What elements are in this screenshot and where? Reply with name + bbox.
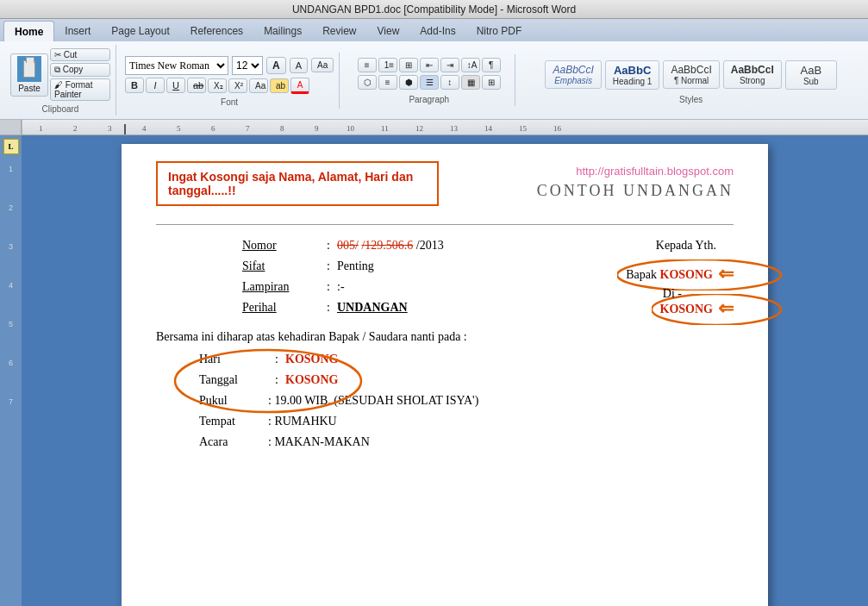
tab-page-layout[interactable]: Page Layout xyxy=(101,21,179,41)
svg-text:13: 13 xyxy=(450,124,459,133)
pukul-label: Pukul xyxy=(199,394,268,408)
bold-button[interactable]: B xyxy=(125,78,144,93)
svg-text:10: 10 xyxy=(347,124,355,133)
sort-button[interactable]: ↕A xyxy=(461,58,480,72)
font-controls: Times New Roman 12 A A Aa B I U ab X₂ X²… xyxy=(125,54,334,96)
clipboard-buttons: Paste ✂ Cut ⧉ Copy 🖌 Format Painter xyxy=(10,47,110,103)
style-heading1[interactable]: AaBbC Heading 1 xyxy=(605,60,660,90)
tempat-row: Tempat : RUMAHKU xyxy=(156,415,734,428)
font-size-selector[interactable]: 12 xyxy=(232,56,263,75)
decrease-indent-button[interactable]: ⇤ xyxy=(420,58,439,72)
line-spacing-button[interactable]: ↕ xyxy=(440,75,459,90)
acara-label: Acara xyxy=(199,435,268,449)
tab-view[interactable]: View xyxy=(367,21,410,41)
multilevel-button[interactable]: ⊞ xyxy=(399,58,418,72)
borders-button[interactable]: ⊞ xyxy=(482,75,501,90)
tanggal-label: Tanggal xyxy=(199,373,268,387)
bapak-kosong-container: Bapak KOSONG ⇐ xyxy=(626,263,734,285)
svg-text:15: 15 xyxy=(519,124,528,133)
kepada-yth: Kepada Yth. xyxy=(656,239,716,253)
ribbon-group-clipboard: Paste ✂ Cut ⧉ Copy 🖌 Format Painter Clip… xyxy=(5,45,116,116)
doc-header: Ingat Kosongi saja Nama, Alamat, Hari da… xyxy=(156,161,734,217)
svg-text:12: 12 xyxy=(415,124,423,133)
style-strong[interactable]: AaBbCcI Strong xyxy=(723,60,782,89)
numbering-button[interactable]: 1≡ xyxy=(378,58,397,72)
url-section: http://gratisfulltain.blogspot.com CONTO… xyxy=(537,161,734,217)
acara-value: : MAKAN-MAKAN xyxy=(268,435,370,449)
oval-bapak-svg xyxy=(617,259,790,291)
title-text: UNDANGAN BPD1.doc [Compatibility Mode] -… xyxy=(292,3,576,16)
para-row2: ⬡ ≡ ⬢ ☰ ↕ ▦ ⊞ xyxy=(358,75,501,90)
ribbon-group-styles: AaBbCcI Emphasis AaBbC Heading 1 AaBbCcI… xyxy=(519,54,863,106)
svg-text:8: 8 xyxy=(280,124,284,133)
subscript-button[interactable]: X₂ xyxy=(208,78,227,93)
font-name-selector[interactable]: Times New Roman xyxy=(125,56,228,75)
svg-text:5: 5 xyxy=(177,124,181,133)
font-shrink-button[interactable]: A xyxy=(290,58,308,73)
clear-format-button[interactable]: Aa xyxy=(311,58,334,72)
svg-text:16: 16 xyxy=(553,124,562,133)
superscript-button[interactable]: X² xyxy=(228,78,247,93)
tab-references[interactable]: References xyxy=(180,21,253,41)
notice-box: Ingat Kosongi saja Nama, Alamat, Hari da… xyxy=(156,161,439,206)
strikethrough-button[interactable]: ab xyxy=(187,78,206,93)
style-emphasis[interactable]: AaBbCcI Emphasis xyxy=(545,60,601,89)
font-grow-button[interactable]: A xyxy=(266,57,286,74)
underline-button[interactable]: U xyxy=(166,78,185,93)
tanggal-row: Tanggal : KOSONG xyxy=(156,373,734,387)
show-hide-button[interactable]: ¶ xyxy=(482,58,501,72)
svg-text:2: 2 xyxy=(73,124,78,133)
svg-text:6: 6 xyxy=(211,124,215,133)
svg-text:1: 1 xyxy=(39,124,43,133)
italic-button[interactable]: I xyxy=(146,78,165,93)
nomor-value3: /2013 xyxy=(416,239,444,252)
url-text: http://gratisfulltain.blogspot.com xyxy=(537,165,734,178)
highlight-button[interactable]: ab xyxy=(270,78,289,93)
ruler-left-margin xyxy=(0,120,22,134)
kepada-label: Kepada Yth. xyxy=(656,239,716,252)
tanggal-kosong: KOSONG xyxy=(285,373,338,387)
pukul-value: : 19.00 WIB. (SESUDAH SHOLAT ISYA') xyxy=(268,394,478,408)
left-bar-button[interactable]: L xyxy=(3,139,19,154)
hari-kosong: KOSONG xyxy=(285,353,338,366)
ruler-marks: 1 2 3 4 5 6 7 8 9 10 11 12 13 14 15 16 xyxy=(22,120,868,134)
justify-button[interactable]: ☰ xyxy=(420,75,439,90)
styles-label: Styles xyxy=(679,95,703,104)
left-sidebar: L 1 2 3 4 5 6 7 xyxy=(0,135,22,606)
increase-indent-button[interactable]: ⇥ xyxy=(440,58,459,72)
style-normal[interactable]: AaBbCcI ¶ Normal xyxy=(663,60,719,89)
copy-button[interactable]: ⧉ Copy xyxy=(50,63,110,77)
shading-button[interactable]: ▦ xyxy=(461,75,480,90)
perihal-value-text: UNDANGAN xyxy=(337,301,408,314)
paste-button[interactable]: Paste xyxy=(10,53,48,97)
font-color-button[interactable]: A xyxy=(290,78,309,94)
style-sub[interactable]: AaB Sub xyxy=(785,60,837,90)
tab-insert[interactable]: Insert xyxy=(54,21,101,41)
sifat-colon: : xyxy=(320,259,337,273)
font-label: Font xyxy=(221,97,238,107)
doc-page: Ingat Kosongi saja Nama, Alamat, Hari da… xyxy=(122,144,768,606)
lampiran-label: Lampiran xyxy=(242,280,320,294)
tab-nitro-pdf[interactable]: Nitro PDF xyxy=(466,21,533,41)
bapak-oval-wrapper: Bapak KOSONG xyxy=(626,266,713,282)
doc-title: CONTOH UNDANGAN xyxy=(537,182,734,200)
format-painter-button[interactable]: 🖌 Format Painter xyxy=(50,78,110,101)
text-case-button[interactable]: Aa xyxy=(249,78,268,93)
tab-add-ins[interactable]: Add-Ins xyxy=(409,21,465,41)
bersama-line: Bersama ini diharap atas kehadiran Bapak… xyxy=(156,330,734,344)
align-center-button[interactable]: ≡ xyxy=(378,75,397,90)
sifat-label: Sifat xyxy=(242,259,320,273)
align-left-button[interactable]: ⬡ xyxy=(358,75,377,90)
tab-review[interactable]: Review xyxy=(312,21,366,41)
bullets-button[interactable]: ≡ xyxy=(358,58,377,72)
hari-tanggal-section: Hari : KOSONG Tanggal : KOSONG xyxy=(156,353,734,387)
tab-home[interactable]: Home xyxy=(3,21,54,41)
cut-button[interactable]: ✂ Cut xyxy=(50,48,110,61)
nomor-row: Nomor : 005/ /129.506.6 /2013 xyxy=(156,239,734,253)
svg-text:14: 14 xyxy=(484,124,493,133)
svg-point-18 xyxy=(617,259,781,291)
ruler-numbers: 1 2 3 4 5 6 7 xyxy=(9,165,13,406)
align-right-button[interactable]: ⬢ xyxy=(399,75,418,90)
svg-text:3: 3 xyxy=(108,124,112,133)
tab-mailings[interactable]: Mailings xyxy=(253,21,312,41)
